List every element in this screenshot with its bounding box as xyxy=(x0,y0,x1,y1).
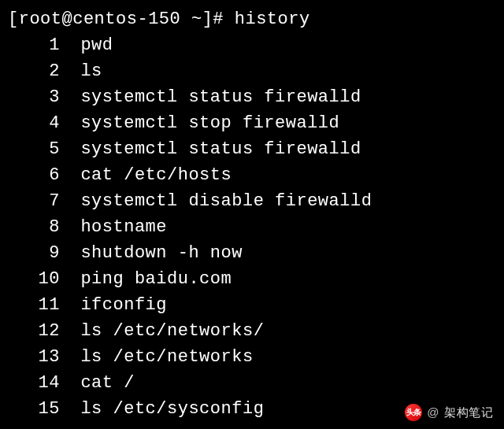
history-number: 2 xyxy=(8,58,60,84)
history-number: 4 xyxy=(8,110,60,136)
history-number: 15 xyxy=(8,396,60,422)
history-entry: 1pwd xyxy=(8,32,496,58)
history-command: systemctl disable firewalld xyxy=(80,191,372,211)
history-number: 8 xyxy=(8,214,60,240)
history-command: ifconfig xyxy=(80,295,167,315)
toutiao-logo-icon: 头条 xyxy=(405,404,422,421)
history-entry: 8hostname xyxy=(8,214,496,240)
history-number: 14 xyxy=(8,370,60,396)
history-entry: 3systemctl status firewalld xyxy=(8,84,496,110)
history-command: hostname xyxy=(80,217,167,237)
history-command: ls /etc/networks/ xyxy=(80,321,264,341)
history-number: 13 xyxy=(8,344,60,370)
history-entry: 4systemctl stop firewalld xyxy=(8,110,496,136)
history-command: ping baidu.com xyxy=(80,269,232,289)
history-command: ls xyxy=(80,61,102,81)
typed-command: history xyxy=(235,9,310,29)
history-number: 11 xyxy=(8,292,60,318)
history-command: pwd xyxy=(80,35,113,55)
history-entry: 11ifconfig xyxy=(8,292,496,318)
history-command: cat / xyxy=(80,373,135,393)
history-command: systemctl status firewalld xyxy=(80,87,361,107)
history-command: ls /etc/sysconfig xyxy=(80,399,264,419)
history-entry: 14cat / xyxy=(8,370,496,396)
history-entry: 9shutdown -h now xyxy=(8,240,496,266)
history-number: 6 xyxy=(8,162,60,188)
history-number: 12 xyxy=(8,318,60,344)
history-number: 3 xyxy=(8,84,60,110)
watermark-at: @ xyxy=(427,404,439,422)
watermark-author: 架构笔记 xyxy=(444,404,493,422)
history-entry: 7systemctl disable firewalld xyxy=(8,188,496,214)
history-number: 7 xyxy=(8,188,60,214)
history-number: 9 xyxy=(8,240,60,266)
history-command: systemctl stop firewalld xyxy=(80,113,339,133)
shell-prompt-line: [root@centos-150 ~]# history xyxy=(8,6,496,32)
history-number: 10 xyxy=(8,266,60,292)
history-entry: 13ls /etc/networks xyxy=(8,344,496,370)
history-entry: 10ping baidu.com xyxy=(8,266,496,292)
history-number: 5 xyxy=(8,136,60,162)
history-entry: 2ls xyxy=(8,58,496,84)
history-output: 1pwd2ls3systemctl status firewalld4syste… xyxy=(8,32,496,422)
history-command: ls /etc/networks xyxy=(80,347,253,367)
watermark: 头条 @ 架构笔记 xyxy=(405,404,493,422)
history-entry: 12ls /etc/networks/ xyxy=(8,318,496,344)
history-command: cat /etc/hosts xyxy=(80,165,232,185)
shell-prompt: [root@centos-150 ~]# xyxy=(8,9,235,29)
history-number: 1 xyxy=(8,32,60,58)
history-entry: 5systemctl status firewalld xyxy=(8,136,496,162)
history-command: systemctl status firewalld xyxy=(80,139,361,159)
history-command: shutdown -h now xyxy=(80,243,243,263)
history-entry: 6cat /etc/hosts xyxy=(8,162,496,188)
